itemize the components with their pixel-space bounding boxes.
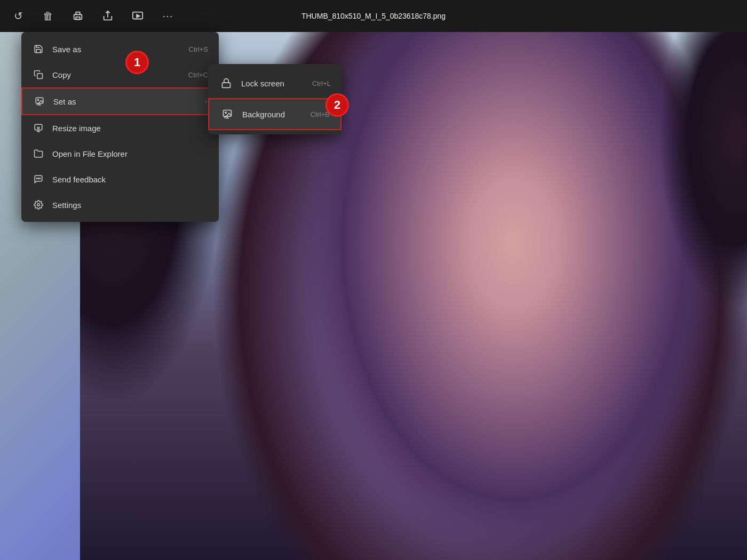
hair-right-overlay: [640, 32, 747, 560]
svg-rect-5: [37, 74, 43, 79]
file-title: THUMB_810x510_M_I_5_0b23618c78.png: [301, 12, 446, 20]
menu-item-set-as[interactable]: Set as ›: [21, 87, 219, 115]
folder-icon: [32, 147, 45, 160]
svg-point-10: [36, 178, 37, 179]
set-as-icon: [33, 95, 46, 108]
copy-icon: [32, 68, 45, 81]
menu-item-copy[interactable]: Copy Ctrl+C: [21, 62, 219, 87]
svg-rect-1: [76, 17, 80, 20]
menu-item-open-file-explorer[interactable]: Open in File Explorer: [21, 141, 219, 166]
copy-label: Copy: [52, 70, 188, 79]
step-badge-2: 2: [325, 93, 349, 117]
step-badge-1: 1: [125, 51, 149, 74]
delete-icon[interactable]: 🗑: [38, 6, 58, 26]
menu-item-resize[interactable]: Resize image: [21, 115, 219, 141]
print-icon[interactable]: [68, 6, 88, 26]
submenu: Lock screen Ctrl+L Background Ctrl+B: [208, 64, 341, 134]
menu-item-settings[interactable]: Settings: [21, 192, 219, 218]
resize-label: Resize image: [52, 124, 208, 133]
svg-rect-8: [35, 124, 42, 130]
save-as-shortcut: Ctrl+S: [189, 45, 208, 53]
svg-point-15: [225, 112, 227, 114]
feedback-icon: [32, 173, 45, 186]
svg-point-9: [38, 178, 39, 179]
set-as-label: Set as: [53, 97, 201, 106]
open-file-explorer-label: Open in File Explorer: [52, 149, 208, 158]
copy-shortcut: Ctrl+C: [188, 71, 208, 79]
svg-marker-4: [137, 14, 140, 18]
toolbar: ↺ 🗑 ⋯ THUMB_810x510_M_I_5_0b23618c78.png: [0, 0, 747, 32]
submenu-item-lock-screen[interactable]: Lock screen Ctrl+L: [208, 68, 341, 98]
settings-icon: [32, 198, 45, 211]
more-options-icon[interactable]: ⋯: [158, 6, 177, 26]
back-icon[interactable]: ↺: [9, 6, 28, 26]
svg-point-11: [39, 178, 41, 179]
submenu-arrow-icon: ›: [205, 98, 207, 105]
background-label: Background: [242, 110, 311, 119]
svg-point-7: [37, 99, 38, 100]
save-icon: [32, 43, 45, 55]
menu-item-save-as[interactable]: Save as Ctrl+S: [21, 36, 219, 62]
share-icon[interactable]: [98, 6, 117, 26]
menu-item-send-feedback[interactable]: Send feedback: [21, 166, 219, 192]
save-as-label: Save as: [52, 45, 189, 54]
send-feedback-label: Send feedback: [52, 175, 208, 184]
lock-screen-icon: [219, 76, 234, 91]
lock-screen-label: Lock screen: [241, 79, 312, 88]
settings-label: Settings: [52, 201, 208, 210]
context-menu: Save as Ctrl+S Copy Ctrl+C Set as ›: [21, 32, 219, 222]
toolbar-left: ↺ 🗑 ⋯: [9, 6, 177, 26]
svg-point-12: [37, 204, 40, 206]
submenu-item-background[interactable]: Background Ctrl+B: [208, 98, 341, 130]
background-icon: [220, 107, 235, 122]
resize-icon: [32, 122, 45, 134]
slideshow-icon[interactable]: [128, 6, 147, 26]
lock-screen-shortcut: Ctrl+L: [312, 79, 331, 87]
svg-rect-13: [222, 83, 231, 87]
